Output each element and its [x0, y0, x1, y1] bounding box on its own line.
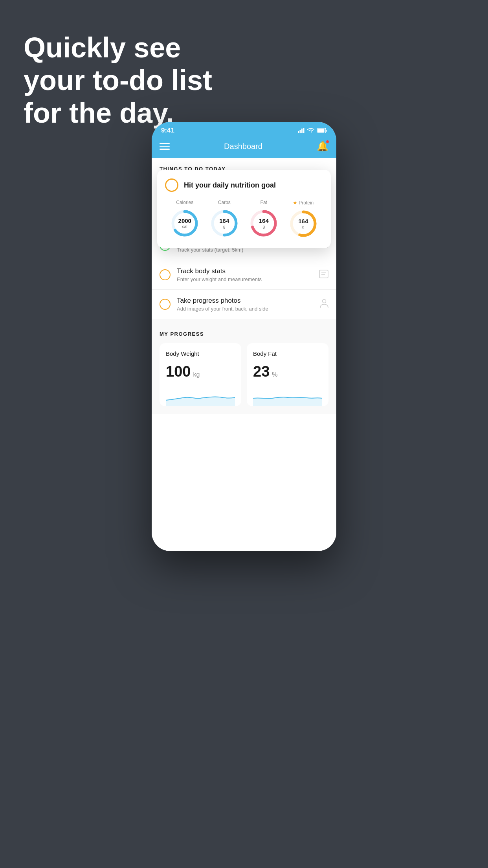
nutrition-grid: Calories 2000 cal Carbs [165, 200, 323, 239]
battery-icon [317, 128, 327, 133]
wifi-icon [307, 128, 314, 133]
svg-point-18 [323, 299, 326, 303]
nutrition-fat: Fat 164 g [249, 200, 279, 238]
notifications-button[interactable]: 🔔 [317, 141, 328, 152]
bodystats-circle [160, 269, 171, 280]
progress-title: MY PROGRESS [160, 331, 328, 337]
body-weight-title: Body Weight [166, 350, 235, 357]
body-weight-value: 100 [166, 363, 191, 380]
body-fat-title: Body Fat [253, 350, 322, 357]
person-icon [320, 299, 328, 310]
header-title: Dashboard [224, 142, 262, 151]
phone-frame: 9:41 Dashboard � [152, 122, 336, 551]
fat-ring: 164 g [249, 208, 279, 238]
status-bar: 9:41 [152, 122, 336, 138]
protein-ring: 164 g [288, 209, 318, 239]
body-fat-unit: % [272, 371, 277, 378]
nutrition-calories: Calories 2000 cal [170, 200, 200, 238]
calories-ring: 2000 cal [170, 208, 200, 238]
scale-icon [319, 270, 328, 280]
progress-cards: Body Weight 100 kg Body Fat [160, 343, 328, 406]
carbs-value: 164 g [219, 218, 229, 229]
svg-rect-5 [317, 129, 325, 132]
signal-icon [298, 128, 305, 133]
svg-rect-0 [298, 131, 299, 133]
app-header: Dashboard 🔔 [152, 138, 336, 158]
card-circle-check [165, 178, 178, 192]
svg-rect-15 [319, 270, 328, 278]
photos-circle [160, 299, 171, 310]
card-title-row: Hit your daily nutrition goal [165, 178, 323, 192]
app-body: THINGS TO DO TODAY Hit your daily nutrit… [152, 158, 336, 551]
calories-value: 2000 cal [178, 218, 191, 229]
protein-value: 164 g [298, 218, 308, 229]
nutrition-protein: ★ Protein 164 g [288, 200, 318, 239]
svg-rect-3 [303, 128, 305, 133]
bodystats-subtitle: Enter your weight and measurements [177, 276, 313, 282]
menu-button[interactable] [160, 143, 170, 150]
status-icons [298, 128, 327, 133]
bodystats-text: Track body stats Enter your weight and m… [177, 267, 313, 282]
bodystats-title: Track body stats [177, 267, 313, 275]
photos-subtitle: Add images of your front, back, and side [177, 306, 314, 312]
todo-item-body-stats[interactable]: Track body stats Enter your weight and m… [152, 260, 336, 290]
carbs-ring: 164 g [209, 208, 239, 238]
progress-section: MY PROGRESS Body Weight 100 kg [152, 319, 336, 414]
body-fat-graph [253, 386, 322, 406]
body-fat-value: 23 [253, 363, 270, 380]
notification-dot [326, 140, 329, 143]
svg-rect-6 [326, 130, 327, 132]
svg-rect-2 [301, 129, 303, 133]
nutrition-carbs: Carbs 164 g [209, 200, 239, 238]
body-fat-value-row: 23 % [253, 363, 322, 380]
body-fat-card[interactable]: Body Fat 23 % [247, 343, 328, 406]
fat-value: 164 g [259, 218, 269, 229]
protein-star-icon: ★ [293, 200, 297, 206]
hero-headline: Quickly see your to-do list for the day. [24, 31, 212, 129]
todo-item-photos[interactable]: Take progress photos Add images of your … [152, 290, 336, 319]
photos-text: Take progress photos Add images of your … [177, 297, 314, 312]
card-title: Hit your daily nutrition goal [184, 181, 276, 189]
body-weight-value-row: 100 kg [166, 363, 235, 380]
body-weight-card[interactable]: Body Weight 100 kg [160, 343, 241, 406]
body-weight-unit: kg [193, 371, 200, 378]
svg-rect-1 [300, 130, 301, 133]
photos-title: Take progress photos [177, 297, 314, 305]
carbs-label: Carbs [218, 200, 231, 205]
body-weight-graph [166, 386, 235, 406]
fat-label: Fat [261, 200, 267, 205]
calories-label: Calories [176, 200, 193, 205]
nutrition-card: Hit your daily nutrition goal Calories 2… [157, 170, 331, 248]
protein-label: ★ Protein [293, 200, 314, 206]
status-time: 9:41 [161, 127, 174, 134]
